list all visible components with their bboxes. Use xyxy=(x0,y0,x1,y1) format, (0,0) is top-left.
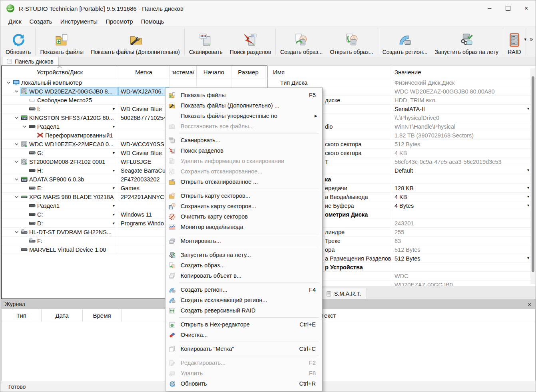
context-menu-item-label: Монтировать... xyxy=(181,238,221,244)
context-menu-shortcut: F8 xyxy=(309,370,318,376)
context-menu-item-run-image-on-fly[interactable]: Запустить образ на лету... xyxy=(165,250,322,260)
context-menu-item-open-sector-map[interactable]: Открыть карту секторов... xyxy=(165,191,322,201)
context-menu-item-find-partitions[interactable]: Поиск разделов xyxy=(165,145,322,156)
context-menu-item-save-sector-map[interactable]: Сохранить карту секторов... xyxy=(165,201,322,211)
context-menu-item-copy-label[interactable]: Копировать "Метка"Ctrl+C xyxy=(165,344,322,354)
properties-column-value[interactable]: Значение xyxy=(392,66,536,78)
value-dropdown-icon[interactable]: ▾ xyxy=(527,203,529,207)
property-value[interactable]: Default▾ xyxy=(392,166,536,175)
tree-item-dropdown-icon[interactable]: ▾ xyxy=(113,203,115,208)
value-dropdown-icon[interactable]: ▾ xyxy=(527,185,529,190)
context-menu-item-erase[interactable]: Очистка... xyxy=(165,330,322,340)
toolbar-button-raid[interactable]: RAID▾ xyxy=(504,26,525,57)
tree-column-header-1[interactable]: Метка xyxy=(118,66,169,78)
tree-column-header-3[interactable]: Начало xyxy=(197,66,231,78)
properties-scrollbar-thumb[interactable] xyxy=(532,76,534,272)
toolbar-button-open-image[interactable]: Открыть образ... xyxy=(326,26,377,57)
context-menu-item-clear-sector-map[interactable]: Очистить карту секторов xyxy=(165,211,322,222)
maximize-button[interactable] xyxy=(499,0,517,16)
toolbar-button-run-image-on-fly[interactable]: Запустить образ на лету xyxy=(431,26,502,57)
collapse-chevron-icon[interactable] xyxy=(13,141,20,147)
tree-column-header-2[interactable]: :истема/ xyxy=(169,66,197,78)
tree-cell-label: 50026B77710254 xyxy=(118,113,169,122)
tree-item-dropdown-icon[interactable]: ▾ xyxy=(113,221,115,225)
tree-item-dropdown-icon[interactable]: ▾ xyxy=(113,124,115,129)
collapse-chevron-icon[interactable] xyxy=(21,124,28,129)
context-menu-item-show-files-sorted-by[interactable]: Показать файлы упорядоченные по▶ xyxy=(165,111,322,121)
tree-item-dropdown-icon[interactable]: ▾ xyxy=(113,186,115,190)
context-menu-item-open-scan-info[interactable]: Открыть отсканированное ... xyxy=(165,177,322,187)
toolbar-button-create-image[interactable]: Создать образ... xyxy=(277,26,326,57)
context-menu-item-open-in-hex-editor[interactable]: Открыть в Hex-редактореCtrl+E xyxy=(165,319,322,330)
tree-item-dropdown-icon[interactable]: ▾ xyxy=(113,151,115,155)
toolbar-button-show-files[interactable]: Показать файлы xyxy=(36,26,87,57)
toolbar-button-create-region[interactable]: Создать регион... xyxy=(379,26,431,57)
toolbar-button-scan[interactable]: Сканировать xyxy=(185,26,226,57)
tree-cell-label xyxy=(118,122,169,131)
context-menu-item-show-files[interactable]: Показать файлыF5 xyxy=(165,90,322,100)
toolbar-button-find-partitions[interactable]: Поиск разделов xyxy=(226,26,275,57)
toolbar-overflow-chevron[interactable]: » xyxy=(530,35,533,43)
value-dropdown-icon[interactable]: ▾ xyxy=(527,256,529,260)
collapse-chevron-icon[interactable] xyxy=(13,194,20,199)
toolbar-button-show-files-advanced[interactable]: Показать файлы (Дополнительно) xyxy=(87,26,183,57)
log-column-header-2[interactable]: Время xyxy=(83,309,122,322)
menubar-item-create[interactable]: Создать xyxy=(26,17,56,26)
property-value[interactable]: 128 KB▾ xyxy=(392,184,536,193)
tree-item-label: KINGSTON SHFS37A120G 60... xyxy=(29,115,114,121)
title-bar: R-STUDIO Technician [Portable] 9.5.19168… xyxy=(0,0,536,16)
context-menu-item-refresh[interactable]: ОбновитьCtrl+R xyxy=(165,378,322,389)
properties-scrollbar[interactable] xyxy=(530,68,535,284)
log-close-icon[interactable]: × xyxy=(528,301,531,308)
tab-smart[interactable]: S.M.A.R.T. xyxy=(322,288,367,299)
context-menu-separator xyxy=(179,283,319,283)
toolbar-button-refresh[interactable]: Обновить xyxy=(2,26,34,57)
hdd-icon xyxy=(21,88,28,95)
property-row[interactable]: Тип ДискаФизический Диск,Диск xyxy=(268,78,536,87)
tree-column-header-4[interactable]: Размер xyxy=(231,66,265,78)
property-value[interactable]: 512 Bytes▾ xyxy=(392,254,536,263)
menubar-item-disk[interactable]: Диск xyxy=(4,17,26,26)
context-menu-item-create-exclusive-region[interactable]: Создать исключающий регион... xyxy=(165,295,322,305)
context-menu-item-create-image[interactable]: Создать образ... xyxy=(165,260,322,271)
close-button[interactable]: × xyxy=(517,0,536,16)
property-value[interactable]: 4 KB▾ xyxy=(392,193,536,201)
tree-cell-device: C:▾ xyxy=(2,210,118,219)
collapse-chevron-icon[interactable] xyxy=(13,159,20,164)
context-menu-item-io-monitor[interactable]: Монитор ввода/вывода xyxy=(165,222,322,232)
collapse-chevron-icon[interactable] xyxy=(13,89,20,94)
tb-create-image-icon xyxy=(295,33,308,47)
collapse-chevron-icon[interactable] xyxy=(13,177,20,182)
log-column-header-0[interactable]: Тип xyxy=(2,309,42,322)
menubar-item-view[interactable]: Просмотр xyxy=(102,17,137,26)
tree-item-dropdown-icon[interactable]: ▾ xyxy=(113,212,115,217)
context-menu-item-copy-object-to[interactable]: Копировать объект в... xyxy=(165,271,322,281)
value-dropdown-icon[interactable]: ▾ xyxy=(527,194,529,199)
properties-column-name[interactable]: Имя xyxy=(268,66,392,78)
context-menu-item-create-reverse-raid[interactable]: Создать реверсивный RAID xyxy=(165,305,322,316)
tree-item-dropdown-icon[interactable]: ▾ xyxy=(113,107,115,111)
menubar-item-help[interactable]: Помощь xyxy=(137,17,168,26)
property-value-text: 63 xyxy=(395,238,401,244)
context-menu-item-mount[interactable]: Монтировать... xyxy=(165,236,322,246)
value-dropdown-icon[interactable]: ▾ xyxy=(527,168,529,172)
tab-disk-panel[interactable]: Панель дисков xyxy=(3,57,59,66)
property-value-text: 512 Bytes xyxy=(395,247,420,253)
tree-cell-label: WFL0SJGE xyxy=(118,157,169,166)
property-value[interactable]: SerialATA-II▾ xyxy=(392,105,536,113)
collapse-chevron-icon[interactable] xyxy=(5,80,12,85)
tree-item-dropdown-icon[interactable]: ▾ xyxy=(113,168,115,173)
context-menu-item-scan[interactable]: Сканировать... xyxy=(165,135,322,145)
context-menu-item-create-region[interactable]: Создать регион...F4 xyxy=(165,285,322,295)
log-column-header-1[interactable]: Дата xyxy=(42,309,83,322)
menubar-item-tools[interactable]: Инструменты xyxy=(56,17,102,26)
collapse-chevron-icon[interactable] xyxy=(13,115,20,120)
open-map-icon xyxy=(169,193,175,199)
tree-row[interactable]: Локальный компьютер xyxy=(2,78,267,87)
minimize-button[interactable]: – xyxy=(480,0,499,16)
property-value[interactable]: 4 Bytes▾ xyxy=(392,201,536,210)
context-menu-item-show-files-advanced[interactable]: Показать файлы (Дополнительно) ... xyxy=(165,100,322,111)
dropdown-arrow-icon[interactable]: ▾ xyxy=(524,37,526,42)
value-dropdown-icon[interactable]: ▾ xyxy=(527,106,529,111)
collapse-chevron-icon[interactable] xyxy=(13,229,20,235)
